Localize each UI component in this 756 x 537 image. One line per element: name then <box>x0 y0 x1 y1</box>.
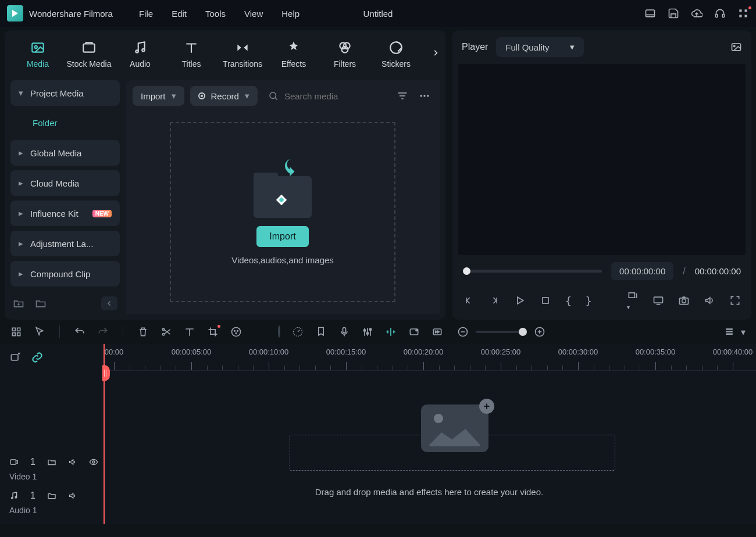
split-icon[interactable] <box>161 326 172 338</box>
track-options-icon[interactable]: ▾ <box>741 327 746 338</box>
sidebar-influence-kit[interactable]: ▸Influence Kit NEW <box>10 201 120 226</box>
timeline-ruler[interactable]: 00:0000:00:05:0000:00:10:0000:00:15:0000… <box>102 344 756 371</box>
stop-icon[interactable] <box>540 295 551 306</box>
tab-effects[interactable]: Effects <box>270 36 318 74</box>
crop-icon[interactable] <box>207 326 219 338</box>
media-placeholder-thumb[interactable]: + <box>421 404 488 452</box>
scrub-slider[interactable] <box>463 270 602 273</box>
more-options-icon[interactable] <box>416 88 433 104</box>
layout-icon[interactable] <box>644 8 656 19</box>
keyframe-panel-icon[interactable] <box>408 326 420 338</box>
snapshot-icon[interactable] <box>730 41 742 53</box>
tab-stock-media[interactable]: Stock Media <box>65 36 113 74</box>
menu-bar: File Edit Tools View Help <box>139 9 299 19</box>
filter-sort-icon[interactable] <box>394 88 411 104</box>
folder-icon[interactable] <box>35 298 47 309</box>
track-lock-icon[interactable] <box>47 491 56 500</box>
voiceover-icon[interactable] <box>338 326 350 338</box>
track-height-icon[interactable] <box>723 326 735 338</box>
redo-icon[interactable] <box>97 326 109 338</box>
playhead[interactable] <box>104 344 105 524</box>
svg-point-39 <box>162 328 164 330</box>
sidebar-global-media[interactable]: ▸Global Media <box>10 140 120 166</box>
cursor-icon[interactable] <box>34 326 45 338</box>
headset-icon[interactable] <box>714 8 726 19</box>
quality-dropdown[interactable]: Full Quality ▾ <box>496 37 584 57</box>
sidebar-project-media[interactable]: ▾Project Media <box>10 80 120 106</box>
camera-icon[interactable] <box>678 295 690 306</box>
volume-icon[interactable] <box>704 295 715 306</box>
display-icon[interactable] <box>652 295 664 306</box>
templates-icon[interactable] <box>10 326 22 338</box>
undo-icon[interactable] <box>74 326 85 338</box>
menu-edit[interactable]: Edit <box>172 9 187 19</box>
audio-mixer-icon[interactable] <box>362 326 373 338</box>
zoom-in-icon[interactable] <box>534 326 545 338</box>
track-header-video-1[interactable]: 1 Video 1 <box>0 451 102 485</box>
tab-stickers[interactable]: Stickers <box>372 36 420 74</box>
preview-viewport[interactable] <box>458 64 746 255</box>
add-media-icon[interactable]: + <box>479 399 494 414</box>
new-folder-icon[interactable] <box>13 298 24 309</box>
fullscreen-icon[interactable] <box>729 295 741 306</box>
ruler-tick: 00:00:35:00 <box>636 348 676 356</box>
tab-titles[interactable]: Titles <box>167 36 215 74</box>
prev-frame-icon[interactable] <box>463 295 475 306</box>
zoom-slider[interactable] <box>476 331 527 333</box>
import-drop-zone[interactable]: Import Videos,audios,and images <box>170 122 395 302</box>
menu-file[interactable]: File <box>139 9 153 19</box>
tab-filters[interactable]: Filters <box>321 36 369 74</box>
menu-help[interactable]: Help <box>281 9 299 19</box>
svg-point-25 <box>733 45 735 47</box>
audio-track-icon <box>9 491 19 500</box>
tab-transitions[interactable]: Transitions <box>219 36 266 74</box>
zoom-out-icon[interactable] <box>457 326 469 338</box>
cloud-upload-icon[interactable] <box>691 8 702 19</box>
tab-audio[interactable]: Audio <box>116 36 164 74</box>
text-tool-icon[interactable] <box>184 326 195 338</box>
record-dropdown[interactable]: Record ▾ <box>190 86 258 106</box>
timeline-toolbar: ▾ <box>0 320 756 344</box>
track-header-audio-1[interactable]: 1 Audio 1 <box>0 485 102 518</box>
link-tracks-icon[interactable] <box>31 352 43 363</box>
menu-view[interactable]: View <box>244 9 263 19</box>
media-browser: Import ▾ Record ▾ <box>126 80 440 314</box>
mark-in-icon[interactable]: { <box>565 295 572 307</box>
import-dropdown[interactable]: Import ▾ <box>133 86 184 106</box>
player-panel: Player Full Quality ▾ 00:00:00:00 / 00:0… <box>452 30 751 320</box>
next-frame-icon[interactable] <box>488 295 500 306</box>
sidebar-folder[interactable]: Folder <box>10 110 120 135</box>
delete-icon[interactable] <box>137 326 149 338</box>
import-button[interactable]: Import <box>256 226 308 247</box>
save-icon[interactable] <box>668 8 679 19</box>
track-mute-icon[interactable] <box>68 491 77 500</box>
svg-point-34 <box>682 299 686 303</box>
track-visibility-icon[interactable] <box>89 457 98 467</box>
svg-rect-3 <box>722 15 724 17</box>
search-input[interactable] <box>284 91 384 101</box>
auto-beat-icon[interactable] <box>385 326 397 338</box>
mark-out-icon[interactable]: } <box>586 295 592 307</box>
sidebar-cloud-media[interactable]: ▸Cloud Media <box>10 170 120 196</box>
sidebar-compound-clip[interactable]: ▸Compound Clip <box>10 261 120 287</box>
play-icon[interactable] <box>514 295 526 306</box>
timeline-canvas-area[interactable]: 00:0000:00:05:0000:00:10:0000:00:15:0000… <box>102 344 756 524</box>
svg-point-52 <box>369 328 371 330</box>
speed-icon[interactable] <box>292 326 304 338</box>
track-lock-icon[interactable] <box>47 457 56 467</box>
sidebar-adjustment-layer[interactable]: ▸Adjustment La... <box>10 231 120 256</box>
add-track-icon[interactable] <box>9 352 21 363</box>
color-icon[interactable] <box>230 326 242 338</box>
svg-marker-28 <box>518 297 523 304</box>
track-mute-icon[interactable] <box>68 457 77 467</box>
marker-icon[interactable] <box>315 326 327 338</box>
timeline: 1 Video 1 1 Audio 1 00:0000:00:05:0000:0… <box>0 344 756 524</box>
menu-tools[interactable]: Tools <box>205 9 226 19</box>
sidebar-collapse-icon[interactable] <box>101 296 117 310</box>
aspect-ratio-icon[interactable]: ▾ <box>627 289 639 312</box>
tabs-scroll-right-icon[interactable] <box>432 46 440 59</box>
apps-grid-icon[interactable] <box>737 8 749 19</box>
ai-avatar-icon[interactable] <box>278 327 280 337</box>
tab-media[interactable]: Media <box>14 36 62 74</box>
render-preview-icon[interactable] <box>432 326 443 338</box>
